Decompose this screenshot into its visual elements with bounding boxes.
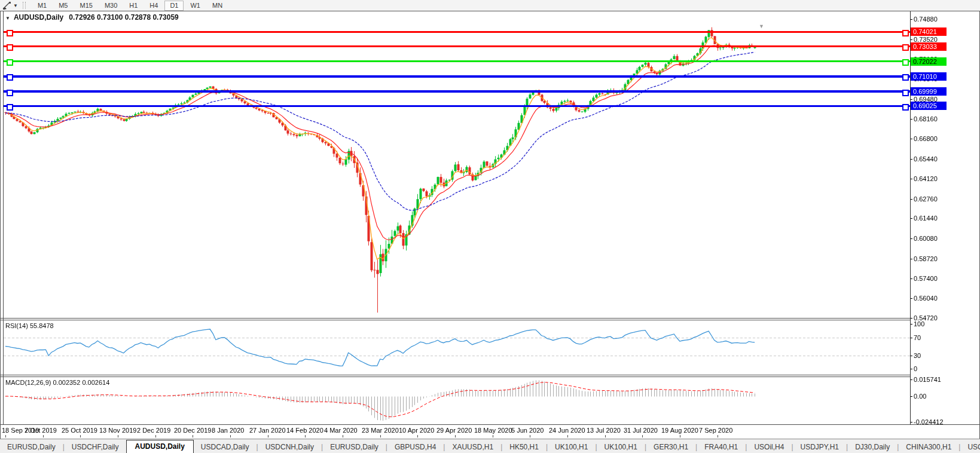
date-axis-label: 19 Aug 2020 (661, 427, 698, 434)
date-tick-mark (567, 435, 568, 437)
date-axis-label: 29 Apr 2020 (436, 427, 472, 434)
horizontal-level-line[interactable] (4, 45, 910, 47)
date-tick-mark (680, 435, 680, 437)
date-tick-mark (268, 435, 268, 437)
chart-tab-ger30-h1[interactable]: GER30,H1 (646, 441, 695, 453)
timeframe-button-mn[interactable]: MN (207, 1, 228, 11)
level-price-badge: 0.69999 (911, 87, 947, 96)
date-tick-mark (193, 435, 193, 437)
level-line-handle[interactable] (7, 74, 13, 81)
rsi-indicator-label: RSI(14) 55.8478 (5, 322, 54, 329)
panel-separator-rsi-top[interactable] (1, 318, 910, 319)
chart-tab-hk50-h1[interactable]: HK50,H1 (502, 441, 546, 453)
level-price-badge: 0.74021 (911, 27, 947, 36)
date-axis-border[interactable] (1, 424, 979, 425)
horizontal-level-line[interactable] (4, 31, 910, 33)
level-line-handle[interactable] (7, 104, 13, 111)
date-axis-label: 31 Jul 2020 (624, 427, 658, 434)
timeframe-button-m15[interactable]: M15 (74, 1, 97, 11)
price-tick-label: 0.74880 (914, 16, 938, 23)
level-line-handle[interactable] (902, 59, 909, 66)
toolbar-grip (23, 2, 26, 9)
date-axis-label: 20 Dec 2019 (174, 427, 211, 434)
price-tick-label: 0.68160 (914, 115, 938, 123)
timeframe-button-w1[interactable]: W1 (185, 1, 206, 11)
date-axis-label: 4 Mar 2020 (324, 427, 358, 434)
date-tick-mark (718, 435, 718, 437)
plot-left-border (3, 11, 4, 424)
chart-tab-usdcad-daily[interactable]: USDCAD,Daily (194, 441, 257, 453)
horizontal-level-line[interactable] (4, 105, 910, 107)
macd-axis-label: 0.015741 (914, 376, 941, 383)
symbol-period-label: AUDUSD,Daily (14, 13, 63, 22)
top-toolbar: ▼ M1M5M15M30H1H4D1W1MN (0, 0, 980, 11)
date-axis-label: 25 Oct 2019 (62, 427, 97, 434)
level-line-handle[interactable] (7, 90, 13, 96)
timeframe-button-m5[interactable]: M5 (53, 1, 73, 11)
collapse-icon[interactable]: ▼ (5, 16, 10, 21)
date-tick-mark (305, 435, 306, 437)
date-tick-mark (43, 435, 44, 437)
panel-separator-macd-top[interactable] (1, 375, 910, 375)
level-line-handle[interactable] (902, 44, 909, 51)
chart-tabs: EURUSD,Daily|USDCHF,DailyAUDUSD,DailyUSD… (0, 440, 980, 453)
date-tick-mark (380, 435, 381, 437)
level-line-handle[interactable] (902, 30, 909, 36)
chart-tab-usdjpy-h1[interactable]: USDJPY,H1 (793, 441, 846, 453)
date-tick-mark (80, 435, 81, 437)
price-tick-label: 0.58720 (914, 255, 938, 262)
chart-title: ▼AUDUSD,Daily0.72926 0.73100 0.72878 0.7… (5, 13, 179, 22)
trendline-cursor-icon (2, 1, 11, 10)
timeframe-button-h4[interactable]: H4 (144, 1, 163, 11)
date-axis-label: 8 Jan 2020 (212, 427, 244, 434)
date-tick-mark (455, 435, 456, 437)
price-tick-label: 0.62760 (914, 195, 938, 203)
chevron-down-icon: ▼ (13, 3, 18, 8)
date-tick-mark (530, 435, 530, 437)
timeframe-button-m1[interactable]: M1 (32, 1, 52, 11)
chart-tab-uk100-h1[interactable]: UK100,H1 (597, 441, 645, 453)
timeframe-button-m30[interactable]: M30 (99, 1, 123, 11)
macd-axis-label: 0.00 (914, 393, 926, 400)
horizontal-level-line[interactable] (4, 90, 910, 93)
price-tick-label: 0.56040 (914, 295, 938, 302)
chart-tab-xauusd-h1[interactable]: XAUUSD,H1 (445, 441, 500, 453)
level-line-handle[interactable] (902, 74, 909, 81)
date-axis-label: 13 Jul 2020 (587, 427, 621, 434)
chart-tab-audusd-daily[interactable]: AUDUSD,Daily (126, 440, 194, 453)
chart-tab-china300-h1[interactable]: CHINA300,H1 (899, 441, 958, 453)
horizontal-level-line[interactable] (4, 75, 910, 78)
chart-shift-marker-icon[interactable]: ▼ (759, 23, 764, 29)
macd-indicator-label: MACD(12,26,9) 0.002352 0.002614 (5, 379, 109, 386)
rsi-axis-label: 70 (914, 334, 921, 341)
level-price-badge: 0.69025 (911, 102, 947, 110)
level-line-handle[interactable] (7, 30, 13, 36)
date-axis-label: 5 Jun 2020 (511, 427, 544, 434)
panel-separator-rsi-bottom (1, 320, 910, 320)
price-tick-label: 0.65440 (914, 155, 938, 163)
chart-tab-eurusd-daily[interactable]: EURUSD,Daily (323, 441, 386, 453)
chart-tab-usoil-h1[interactable]: USOil,H1 (960, 441, 980, 453)
chart-tab-uk100-h1[interactable]: UK100,H1 (548, 441, 595, 453)
horizontal-level-line[interactable] (4, 60, 910, 62)
cursor-tool-button[interactable]: ▼ (0, 0, 20, 11)
date-axis-label: 7 Oct 2019 (25, 427, 57, 434)
level-line-handle[interactable] (902, 90, 909, 96)
date-tick-mark (155, 435, 156, 437)
chart-tab-usoil-h4[interactable]: USOil,H4 (747, 441, 791, 453)
chart-tab-usdcnh-daily[interactable]: USDCNH,Daily (258, 441, 321, 453)
level-line-handle[interactable] (902, 104, 909, 111)
ohlc-readout: 0.72926 0.73100 0.72878 0.73059 (69, 13, 179, 22)
chart-tab-eurusd-daily[interactable]: EURUSD,Daily (0, 441, 63, 453)
chart-tab-dj30-daily[interactable]: DJ30,Daily (848, 441, 897, 453)
price-tick-label: 0.61440 (914, 215, 938, 222)
level-line-handle[interactable] (7, 59, 13, 66)
chart-tab-gbpusd-h4[interactable]: GBPUSD,H4 (387, 441, 443, 453)
chart-tab-fra40-h1[interactable]: FRA40,H1 (697, 441, 745, 453)
rsi-axis-label: 30 (914, 352, 921, 359)
level-line-handle[interactable] (7, 44, 13, 51)
timeframe-button-d1[interactable]: D1 (164, 1, 184, 11)
chart-tab-usdchf-daily[interactable]: USDCHF,Daily (65, 441, 126, 453)
date-axis-label: 27 Jan 2020 (249, 427, 286, 434)
timeframe-button-h1[interactable]: H1 (124, 1, 143, 11)
